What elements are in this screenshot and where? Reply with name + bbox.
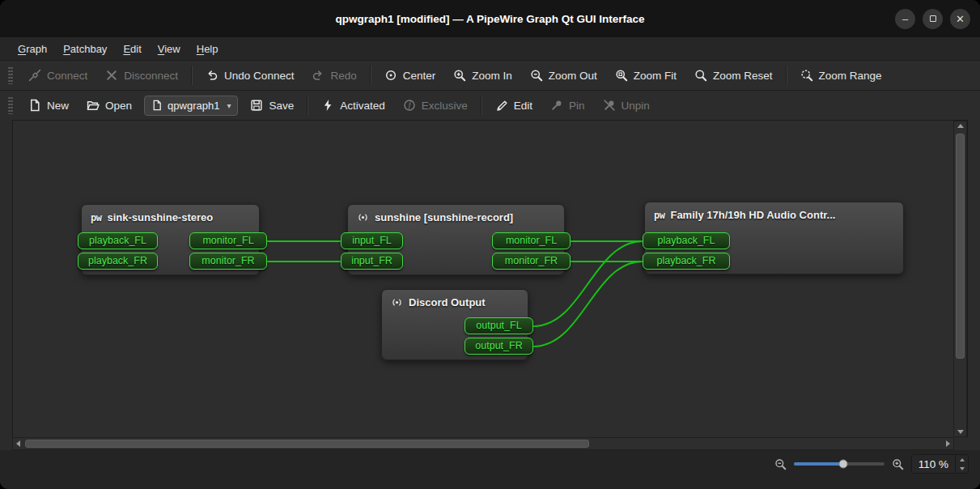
pin-label: Pin (569, 100, 585, 112)
center-button[interactable]: Center (375, 64, 445, 87)
port-family-audio-playback_FL[interactable]: playback_FL (643, 232, 730, 249)
open-label: Open (105, 100, 132, 112)
zoom-out-icon (774, 458, 787, 470)
zoom-out-button[interactable]: Zoom Out (521, 64, 606, 87)
svg-text:f: f (408, 100, 411, 109)
toolbar-grip[interactable] (8, 66, 13, 84)
exclusive-button[interactable]: f Exclusive (394, 94, 477, 117)
port-sunshine-input_FL[interactable]: input_FL (341, 232, 403, 249)
port-family-audio-playback_FR[interactable]: playback_FR (643, 253, 730, 270)
menu-view[interactable]: View (150, 37, 189, 60)
unpin-button[interactable]: Unpin (594, 94, 659, 117)
graph-wires (13, 121, 953, 437)
patchbay-select[interactable]: qpwgraph1 ▾ (144, 96, 238, 116)
maximize-icon (930, 15, 936, 22)
zoom-in-button[interactable]: Zoom In (444, 64, 521, 87)
vertical-scrollbar[interactable] (953, 121, 967, 437)
disconnect-icon (105, 69, 118, 82)
pin-icon (550, 99, 563, 112)
unpin-icon (603, 99, 616, 112)
window-controls: – ✕ (895, 0, 970, 37)
statusbar: 110 % (0, 450, 980, 489)
port-sink-sunshine-stereo-playback_FR[interactable]: playback_FR (78, 253, 158, 270)
undo-connect-label: Undo Connect (224, 70, 294, 82)
zoom-in-icon (892, 458, 904, 470)
port-discord-output-output_FL[interactable]: output_FL (465, 317, 533, 334)
open-button[interactable]: Open (78, 94, 141, 117)
toolbar-separator (191, 66, 193, 85)
edit-button[interactable]: Edit (486, 94, 541, 117)
graph-canvas[interactable]: pwsink-sunshine-stereoplayback_FLplaybac… (13, 121, 953, 437)
scroll-up-arrow[interactable] (957, 124, 964, 128)
port-discord-output-output_FR[interactable]: output_FR (465, 338, 533, 355)
minimize-button[interactable]: – (895, 9, 915, 29)
disconnect-label: Disconnect (124, 70, 178, 82)
pencil-icon (495, 99, 508, 112)
port-sunshine-input_FR[interactable]: input_FR (341, 253, 403, 270)
port-sink-sunshine-stereo-monitor_FR[interactable]: monitor_FR (189, 253, 267, 270)
activated-label: Activated (340, 100, 385, 112)
menu-edit-label: Edit (123, 43, 141, 55)
node-title: Discord Output (382, 290, 528, 315)
port-sink-sunshine-stereo-monitor_FL[interactable]: monitor_FL (189, 232, 267, 249)
scroll-left-arrow[interactable] (16, 440, 20, 447)
undo-icon (206, 69, 218, 82)
save-button[interactable]: Save (241, 94, 303, 117)
zoom-fit-label: Zoom Fit (634, 70, 677, 82)
close-button[interactable]: ✕ (950, 9, 970, 29)
zoom-spinbox[interactable]: 110 % (911, 454, 969, 474)
zoom-value[interactable]: 110 % (912, 455, 955, 473)
zoom-fit-button[interactable]: Zoom Fit (606, 64, 685, 87)
node-label: sink-sunshine-stereo (107, 211, 213, 223)
port-sunshine-monitor_FR[interactable]: monitor_FR (492, 253, 571, 270)
zoom-slider-fill (794, 462, 844, 466)
zoom-out-label: Zoom Out (549, 70, 597, 82)
node-title: pwFamily 17h/19h HD Audio Contr... (645, 202, 903, 227)
scroll-down-arrow[interactable] (957, 430, 964, 434)
zoom-slider[interactable] (794, 457, 885, 471)
horizontal-scrollbar[interactable] (12, 437, 954, 450)
activated-button[interactable]: Activated (312, 94, 394, 117)
pin-button[interactable]: Pin (541, 94, 594, 117)
menu-patchbay[interactable]: Patchbay (55, 37, 115, 60)
graph-toolbar: Connect Disconnect Undo Connect Redo Cen… (0, 60, 980, 90)
redo-label: Redo (330, 70, 356, 82)
redo-button[interactable]: Redo (303, 64, 365, 87)
toolbar-grip[interactable] (8, 96, 13, 114)
undo-connect-button[interactable]: Undo Connect (197, 64, 303, 87)
speaker-icon (357, 211, 369, 223)
new-button[interactable]: New (19, 94, 78, 117)
zoom-out-icon (530, 69, 543, 82)
zoom-spin-down-button[interactable] (956, 464, 968, 473)
zoom-range-icon (800, 69, 813, 82)
titlebar[interactable]: qpwgraph1 [modified] — A PipeWire Graph … (0, 0, 980, 37)
spin-down-icon (960, 467, 965, 470)
exclusive-icon: f (403, 99, 416, 112)
exclusive-label: Exclusive (422, 100, 468, 112)
zoom-spin-up-button[interactable] (956, 455, 968, 464)
node-label: Family 17h/19h HD Audio Contr... (670, 209, 835, 221)
pipewire-icon: pw (654, 210, 664, 221)
port-sunshine-monitor_FL[interactable]: monitor_FL (492, 232, 571, 249)
new-label: New (47, 100, 69, 112)
scroll-right-arrow[interactable] (946, 440, 950, 447)
port-sink-sunshine-stereo-playback_FL[interactable]: playback_FL (78, 232, 158, 249)
menu-help[interactable]: Help (189, 37, 227, 60)
zoom-slider-thumb[interactable] (839, 460, 848, 469)
menu-edit[interactable]: Edit (115, 37, 149, 60)
zoom-spin-arrows (955, 455, 968, 473)
disconnect-button[interactable]: Disconnect (96, 64, 187, 87)
zoom-range-button[interactable]: Zoom Range (791, 64, 891, 87)
horizontal-scroll-handle[interactable] (25, 440, 589, 448)
maximize-button[interactable] (923, 9, 943, 29)
save-label: Save (269, 100, 294, 112)
zoom-reset-button[interactable]: Zoom Reset (685, 64, 782, 87)
spin-up-icon (960, 458, 965, 461)
connect-button[interactable]: Connect (19, 64, 96, 87)
edit-label: Edit (514, 100, 532, 112)
menu-graph[interactable]: Graph (10, 37, 55, 60)
zoom-reset-label: Zoom Reset (713, 70, 773, 82)
close-icon: ✕ (956, 14, 965, 24)
toolbar-separator (786, 66, 787, 85)
vertical-scroll-handle[interactable] (956, 134, 965, 359)
